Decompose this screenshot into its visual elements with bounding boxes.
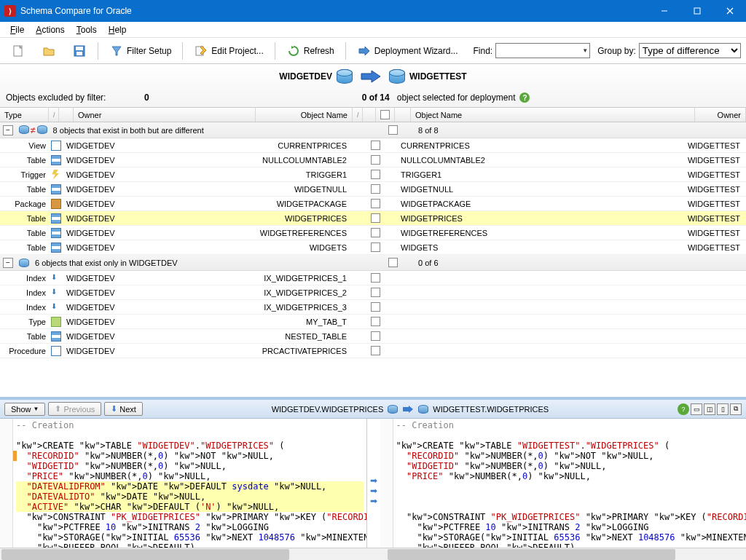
object-name-left: NULLCOLUMNTABLE2 xyxy=(246,156,353,165)
object-name-left: TRIGGER1 xyxy=(246,170,353,179)
owner-left: WIDGETDEV xyxy=(63,214,246,223)
col-checkbox[interactable] xyxy=(376,108,395,122)
refresh-label: Refresh xyxy=(304,46,334,56)
row-checkbox[interactable] xyxy=(371,273,380,283)
groupby-select[interactable]: Type of difference xyxy=(639,43,741,58)
table-row[interactable]: TableWIDGETDEVNULLCOLUMNTABLE2NULLCOLUMN… xyxy=(0,153,746,167)
right-scrollbar[interactable] xyxy=(386,548,746,560)
menu-tools[interactable]: Tools xyxy=(71,23,103,36)
left-code-pane[interactable]: -- Creation "kw">CREATE "kw">TABLE "WIDG… xyxy=(13,419,367,548)
table-row[interactable]: ProcedureWIDGETDEVPRCACTIVATEPRICES xyxy=(0,344,746,358)
row-checkbox[interactable] xyxy=(371,302,380,312)
database-icon xyxy=(418,405,428,414)
arrow-right-icon xyxy=(360,69,382,84)
left-gutter xyxy=(0,419,13,548)
previous-button[interactable]: ⬆Previous xyxy=(48,402,101,416)
object-name-left: IX_WIDGETPRICES_3 xyxy=(246,303,353,312)
table-row[interactable]: TableWIDGETDEVWIDGETNULLWIDGETNULLWIDGET… xyxy=(0,182,746,197)
filter-icon xyxy=(109,44,124,58)
right-code-pane[interactable]: -- Creation "kw">CREATE "kw">TABLE "WIDG… xyxy=(393,419,747,548)
row-checkbox[interactable] xyxy=(371,155,380,165)
col-icon xyxy=(59,108,74,122)
owner-right: WIDGETTEST xyxy=(685,243,746,252)
object-type: Index xyxy=(0,274,49,283)
selected-text: object selected for deployment xyxy=(397,92,516,103)
owner-left: WIDGETDEV xyxy=(63,288,246,297)
table-icon xyxy=(51,184,61,194)
maximize-button[interactable] xyxy=(680,0,713,22)
table-row[interactable]: IndexWIDGETDEVIX_WIDGETPRICES_2 xyxy=(0,285,746,300)
minimize-button[interactable] xyxy=(648,0,680,22)
col-objname-right[interactable]: Object Name xyxy=(411,108,695,122)
table-icon xyxy=(51,242,61,253)
pane-button-1[interactable]: ▭ xyxy=(691,403,702,415)
package-icon xyxy=(51,199,61,209)
open-button[interactable] xyxy=(35,40,63,62)
find-input[interactable] xyxy=(495,43,590,58)
object-name-left: PRCACTIVATEPRICES xyxy=(246,347,353,355)
group-checkbox[interactable] xyxy=(388,125,398,135)
row-checkbox[interactable] xyxy=(371,199,380,208)
col-owner-left[interactable]: Owner xyxy=(74,108,256,122)
table-row[interactable]: TableWIDGETDEVWIDGETREFERENCESWIDGETREFE… xyxy=(0,226,746,240)
col-type[interactable]: Type xyxy=(0,108,49,122)
close-button[interactable] xyxy=(713,0,746,22)
menu-actions[interactable]: Actions xyxy=(30,23,70,36)
arrow-right-icon: ➡ xyxy=(370,496,377,506)
selected-count: 0 of 14 xyxy=(362,92,390,103)
arrow-right-icon xyxy=(402,405,414,414)
row-checkbox[interactable] xyxy=(371,288,380,297)
table-row[interactable]: ViewWIDGETDEVCURRENTPRICESCURRENTPRICESW… xyxy=(0,138,746,153)
filter-setup-button[interactable]: Filter Setup xyxy=(103,40,178,62)
owner-left: WIDGETDEV xyxy=(63,303,246,312)
table-row[interactable]: TableWIDGETDEVWIDGETSWIDGETSWIDGETTEST xyxy=(0,240,746,255)
show-button[interactable]: Show ▼ xyxy=(4,403,45,416)
table-row[interactable]: TypeWIDGETDEVMY_TAB_T xyxy=(0,315,746,329)
row-checkbox[interactable] xyxy=(371,141,380,150)
deploy-wizard-button[interactable]: Deployment Wizard... xyxy=(350,40,465,62)
row-checkbox[interactable] xyxy=(371,331,380,341)
pane-button-3[interactable]: ▯ xyxy=(717,403,729,415)
left-object-title: WIDGETDEV.WIDGETPRICES xyxy=(272,405,384,414)
collapse-icon[interactable]: − xyxy=(3,258,13,268)
row-checkbox[interactable] xyxy=(371,346,380,355)
row-checkbox[interactable] xyxy=(371,228,380,237)
help-icon[interactable]: ? xyxy=(519,92,530,103)
new-button[interactable] xyxy=(4,40,32,62)
menu-help[interactable]: Help xyxy=(103,23,133,36)
table-row[interactable]: PackageWIDGETDEVWIDGETPACKAGEWIDGETPACKA… xyxy=(0,197,746,211)
table-row[interactable]: IndexWIDGETDEVIX_WIDGETPRICES_1 xyxy=(0,271,746,285)
col-owner-right[interactable]: Owner xyxy=(695,108,746,122)
save-button[interactable] xyxy=(66,40,93,62)
refresh-button[interactable]: Refresh xyxy=(280,40,341,62)
index-icon xyxy=(51,302,61,312)
object-type: Procedure xyxy=(0,347,49,355)
row-checkbox[interactable] xyxy=(371,242,380,252)
row-checkbox[interactable] xyxy=(371,213,380,223)
next-button[interactable]: ⬇Next xyxy=(104,402,143,416)
group-row[interactable]: −≠8 objects that exist in both but are d… xyxy=(0,122,746,138)
row-checkbox[interactable] xyxy=(371,170,380,179)
database-icon xyxy=(19,259,29,267)
group-row[interactable]: −6 objects that exist only in WIDGETDEV0… xyxy=(0,255,746,271)
object-name-left: WIDGETREFERENCES xyxy=(246,229,353,237)
deploy-icon xyxy=(357,44,372,58)
row-checkbox[interactable] xyxy=(371,317,380,326)
collapse-icon[interactable]: − xyxy=(3,125,13,135)
table-row[interactable]: TableWIDGETDEVWIDGETPRICESWIDGETPRICESWI… xyxy=(0,211,746,226)
col-objname-left[interactable]: Object Name xyxy=(256,108,353,122)
row-checkbox[interactable] xyxy=(371,184,380,194)
maximize-pane-button[interactable]: ⧉ xyxy=(730,403,742,415)
find-label: Find: xyxy=(473,46,492,56)
table-row[interactable]: TriggerWIDGETDEVTRIGGER1TRIGGER1WIDGETTE… xyxy=(0,167,746,182)
table-row[interactable]: TableWIDGETDEVNESTED_TABLE xyxy=(0,329,746,344)
object-name-right: WIDGETS xyxy=(401,243,685,252)
table-row[interactable]: IndexWIDGETDEVIX_WIDGETPRICES_3 xyxy=(0,300,746,315)
menu-file[interactable]: File xyxy=(4,23,30,36)
group-checkbox[interactable] xyxy=(388,258,398,267)
app-icon: ⟩ xyxy=(4,5,16,17)
help-icon[interactable]: ? xyxy=(678,403,689,415)
left-scrollbar[interactable] xyxy=(0,548,360,560)
edit-project-button[interactable]: Edit Project... xyxy=(187,40,270,62)
pane-button-2[interactable]: ◫ xyxy=(704,403,715,415)
